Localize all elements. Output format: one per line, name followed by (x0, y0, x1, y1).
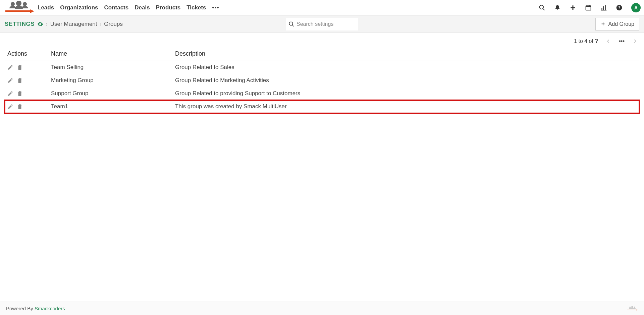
page-options[interactable]: ••• (619, 38, 625, 44)
groups-table: Actions Name Description Team SellingGro… (5, 47, 639, 113)
svg-marker-4 (30, 9, 34, 13)
breadcrumb-current: Groups (104, 21, 123, 27)
svg-rect-16 (601, 10, 607, 10)
svg-rect-10 (586, 6, 591, 7)
svg-point-1 (16, 1, 21, 6)
table-row: Marketing GroupGroup Related to Marketin… (5, 74, 639, 87)
svg-point-22 (631, 306, 633, 308)
svg-rect-3 (5, 10, 30, 12)
delete-icon[interactable] (17, 77, 23, 83)
chevron-right-icon: › (100, 21, 102, 27)
svg-rect-8 (571, 7, 575, 8)
pagination: 1 to 4 of ? ••• (0, 33, 644, 47)
svg-point-19 (289, 22, 293, 25)
nav-organizations[interactable]: Organizations (60, 4, 98, 11)
cell-description: Group Related to Sales (172, 61, 639, 74)
svg-point-0 (11, 2, 15, 6)
svg-point-23 (634, 306, 635, 308)
settings-search-input[interactable] (297, 21, 356, 27)
table-row: Team1This group was created by Smack Mul… (5, 100, 639, 113)
svg-point-5 (540, 5, 544, 9)
nav-products[interactable]: Products (156, 4, 181, 11)
search-icon (288, 21, 294, 27)
top-nav: Leads Organizations Contacts Deals Produ… (0, 0, 644, 15)
nav-deals[interactable]: Deals (135, 4, 150, 11)
page-prev[interactable] (606, 39, 611, 44)
th-actions: Actions (5, 47, 48, 61)
edit-icon[interactable] (7, 77, 13, 83)
svg-rect-14 (603, 6, 604, 10)
cell-description: Group Related to Marketing Activities (172, 74, 639, 87)
svg-rect-13 (601, 8, 602, 10)
svg-rect-15 (605, 5, 606, 10)
delete-icon[interactable] (17, 64, 23, 70)
nav-more[interactable]: ••• (212, 4, 219, 11)
page-next[interactable] (633, 39, 637, 44)
th-desc: Description (172, 47, 639, 61)
cell-name[interactable]: Marketing Group (48, 74, 172, 87)
plus-icon: ＋ (600, 20, 606, 27)
avatar[interactable]: A (631, 3, 641, 12)
add-group-label: Add Group (608, 21, 634, 27)
breadcrumb-settings[interactable]: SETTINGS (5, 21, 35, 27)
bell-icon[interactable] (554, 4, 561, 11)
svg-text:?: ? (618, 5, 620, 10)
cell-name[interactable]: Support Group (48, 87, 172, 100)
breadcrumb: SETTINGS › User Management › Groups (5, 21, 123, 27)
footer-powered: Powered By (6, 306, 33, 311)
chart-icon[interactable] (600, 4, 607, 11)
svg-point-2 (23, 2, 27, 6)
edit-icon[interactable] (7, 104, 13, 110)
table-row: Support GroupGroup Related to providing … (5, 87, 639, 100)
nav-contacts[interactable]: Contacts (104, 4, 129, 11)
settings-search[interactable] (286, 18, 358, 30)
svg-marker-25 (637, 309, 638, 310)
svg-line-6 (543, 8, 545, 10)
add-group-button[interactable]: ＋ Add Group (595, 18, 639, 30)
search-icon[interactable] (539, 4, 545, 11)
delete-icon[interactable] (17, 90, 23, 97)
settings-bar: SETTINGS › User Management › Groups ＋ Ad… (0, 15, 644, 33)
svg-line-20 (292, 25, 294, 26)
plus-icon[interactable] (570, 4, 576, 11)
cell-description: This group was created by Smack MultiUse… (172, 100, 639, 113)
footer-logo (627, 305, 638, 313)
delete-icon[interactable] (17, 104, 23, 110)
svg-rect-24 (627, 309, 636, 310)
cell-name[interactable]: Team1 (48, 100, 172, 113)
nav-tickets[interactable]: Tickets (186, 4, 206, 11)
cell-name[interactable]: Team Selling (48, 61, 172, 74)
pagination-text: 1 to 4 of ? (574, 38, 598, 44)
table-row: Team SellingGroup Related to Sales (5, 61, 639, 74)
nav-leads[interactable]: Leads (38, 4, 54, 11)
cell-description: Group Related to providing Support to Cu… (172, 87, 639, 100)
svg-rect-11 (587, 5, 587, 6)
edit-icon[interactable] (7, 90, 13, 97)
footer-brand-link[interactable]: Smackcoders (35, 306, 65, 311)
help-icon[interactable]: ? (616, 4, 623, 11)
breadcrumb-parent[interactable]: User Management (50, 21, 97, 27)
edit-icon[interactable] (7, 64, 13, 70)
svg-rect-12 (589, 5, 590, 6)
footer: Powered By Smackcoders (0, 302, 644, 315)
app-logo (3, 1, 34, 14)
svg-point-21 (629, 306, 631, 308)
chevron-right-icon: › (46, 21, 48, 27)
calendar-icon[interactable] (585, 4, 592, 11)
th-name: Name (48, 47, 172, 61)
gear-icon[interactable] (37, 21, 43, 27)
